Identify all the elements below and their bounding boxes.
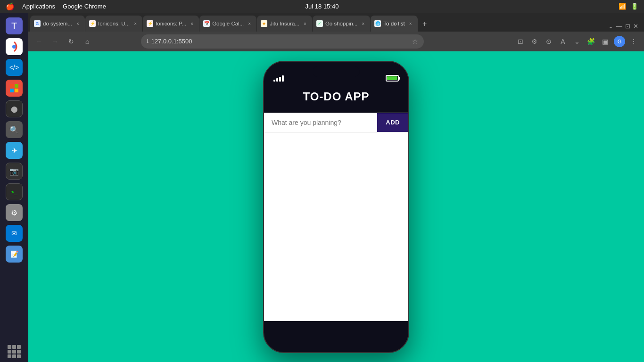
new-tab-button[interactable]: + — [418, 17, 431, 31]
wifi-icon: 📶 — [619, 3, 626, 10]
screenshot-icon[interactable]: ⊡ — [515, 36, 526, 47]
sidebar-icon-vscode[interactable]: </> — [6, 59, 23, 76]
chrome-browser: G do system... × ⚡ Ionicons: U... × ⚡ Io… — [28, 13, 644, 362]
sidebar-icon-teams[interactable]: T — [6, 17, 23, 34]
extensions-icon[interactable]: ⚙ — [529, 36, 540, 47]
tab-close-gmail[interactable]: × — [74, 20, 81, 27]
tab-bar-controls: ⌄ — ⊡ ✕ — [608, 23, 642, 32]
tab-close-ionicons2[interactable]: × — [189, 20, 195, 27]
dynamic-island — [313, 66, 360, 77]
app-title: TO-DO APP — [273, 90, 399, 103]
todo-input-area: ADD — [264, 113, 408, 132]
applications-menu[interactable]: Applications — [22, 3, 55, 10]
svg-rect-3 — [15, 84, 18, 88]
add-todo-button[interactable]: ADD — [377, 113, 408, 132]
tab-label-shopping: Go shoppin... — [325, 21, 357, 26]
address-bar: ← → ↻ ⌂ ℹ 127.0.0.1:5500 ☆ ⊡ ⚙ ⊙ A ⌄ 🧩 ▣… — [28, 32, 644, 51]
tab-label-ionicons1: Ionicons: U... — [98, 21, 130, 26]
tab-close-shopping[interactable]: × — [360, 20, 366, 27]
sidebar-icon-blackhole[interactable]: ⬤ — [6, 100, 23, 117]
sidebar-icon-notes[interactable]: 📝 — [6, 246, 23, 263]
app-header: TO-DO APP — [264, 85, 408, 113]
svg-rect-2 — [10, 84, 14, 88]
signal-bar-1 — [273, 80, 275, 82]
signal-bar-4 — [282, 75, 284, 82]
sidebar-bottom — [8, 345, 21, 358]
signal-bar-3 — [279, 77, 281, 82]
main-content: G do system... × ⚡ Ionicons: U... × ⚡ Io… — [28, 13, 644, 362]
menu-icon[interactable]: ⋮ — [628, 36, 639, 47]
sidebar-icon-terminal[interactable]: >_ — [6, 183, 23, 200]
sidebar-icon-settings[interactable]: ⚙ — [6, 204, 23, 221]
todo-list-area — [264, 132, 408, 321]
sidebar-icon-camera[interactable]: 📷 — [6, 163, 23, 180]
tab-favicon-ionicons1: ⚡ — [89, 20, 96, 27]
security-icon: ℹ — [147, 38, 149, 44]
sidebar-icon-search[interactable]: 🔍 — [6, 121, 23, 138]
phone-mockup: TO-DO APP ADD — [263, 61, 409, 353]
tab-favicon-todo: 🌐 — [374, 20, 381, 27]
sidebar-icon-outlook[interactable]: ✉ — [6, 225, 23, 242]
browser-menu[interactable]: Google Chrome — [63, 3, 106, 10]
tab-ionicons2[interactable]: ⚡ Ionicons: P... × — [143, 16, 199, 32]
minimize-icon[interactable]: — — [616, 23, 622, 30]
back-button[interactable]: ← — [33, 35, 45, 48]
tab-favicon-jitu: ★ — [261, 20, 267, 27]
sidebar: T </> ⬤ 🔍 ✈ 📷 >_ ⚙ ✉ 📝 — [0, 13, 28, 362]
home-button[interactable]: ⌂ — [81, 35, 93, 48]
tab-jitu[interactable]: ★ Jitu Insura... × — [257, 16, 312, 32]
svg-rect-5 — [15, 89, 18, 92]
address-input-bar[interactable]: ℹ 127.0.0.1:5500 ☆ — [141, 34, 424, 49]
tab-favicon-ionicons2: ⚡ — [147, 20, 153, 27]
tab-shopping[interactable]: ✓ Go shoppin... × — [313, 16, 370, 32]
macos-topbar: 🍎 Applications Google Chrome Jul 18 15:4… — [0, 0, 644, 13]
battery-icon: 🔋 — [631, 3, 638, 10]
signal-indicator — [273, 75, 284, 82]
datetime-display: Jul 18 15:40 — [305, 3, 339, 10]
tab-close-ionicons1[interactable]: × — [132, 20, 139, 27]
signal-bar-2 — [276, 78, 278, 82]
font-icon[interactable]: A — [557, 36, 569, 47]
toolbar-right: ⊡ ⚙ ⊙ A ⌄ 🧩 ▣ G ⋮ — [515, 36, 639, 47]
phone-status-bar — [264, 62, 408, 85]
circle-icon[interactable]: ⊙ — [543, 36, 554, 47]
sidebar-icon-telegram[interactable]: ✈ — [6, 142, 23, 159]
close-window-icon[interactable]: ✕ — [633, 23, 638, 30]
tab-close-todo[interactable]: × — [407, 20, 414, 27]
tab-favicon-gmail: G — [34, 20, 41, 27]
battery-indicator — [386, 75, 399, 82]
tab-favicon-shopping: ✓ — [316, 20, 323, 27]
tab-label-jitu: Jitu Insura... — [270, 21, 299, 26]
svg-rect-4 — [10, 89, 14, 92]
forward-button[interactable]: → — [49, 35, 61, 48]
puzzle-icon[interactable]: 🧩 — [586, 36, 597, 47]
tab-bar: G do system... × ⚡ Ionicons: U... × ⚡ Io… — [28, 13, 644, 32]
sidebar-icon-ms[interactable] — [6, 80, 23, 97]
todo-input[interactable] — [264, 113, 377, 132]
reload-button[interactable]: ↻ — [65, 35, 77, 48]
apple-menu-icon[interactable]: 🍎 — [6, 2, 15, 11]
url-display[interactable]: 127.0.0.1:5500 — [151, 38, 409, 45]
tab-list-icon[interactable]: ⌄ — [608, 23, 613, 30]
battery-fill — [387, 76, 397, 80]
bookmark-star-icon[interactable]: ☆ — [412, 38, 418, 45]
tab-favicon-gcal: 📅 — [203, 20, 210, 27]
tab-label-gmail: do system... — [43, 21, 72, 26]
tab-label-todo: To do list — [383, 21, 405, 26]
sidebar-toggle-icon[interactable]: ▣ — [600, 36, 611, 47]
tab-close-gcal[interactable]: × — [246, 20, 253, 27]
sidebar-icon-chrome[interactable] — [6, 38, 23, 55]
down-arrow-icon[interactable]: ⌄ — [571, 36, 583, 47]
restore-icon[interactable]: ⊡ — [625, 23, 630, 30]
page-content: TO-DO APP ADD — [28, 51, 644, 362]
tab-gcal[interactable]: 📅 Google Cal... × — [199, 16, 256, 32]
profile-icon[interactable]: G — [614, 36, 625, 47]
tab-gmail[interactable]: G do system... × — [30, 16, 85, 32]
tab-todo[interactable]: 🌐 To do list × — [371, 16, 417, 32]
launchpad-icon[interactable] — [8, 345, 21, 358]
tab-close-jitu[interactable]: × — [302, 20, 308, 27]
tab-ionicons1[interactable]: ⚡ Ionicons: U... × — [85, 16, 142, 32]
tab-label-gcal: Google Cal... — [212, 21, 244, 26]
tab-label-ionicons2: Ionicons: P... — [156, 21, 186, 26]
svg-point-1 — [12, 45, 16, 49]
